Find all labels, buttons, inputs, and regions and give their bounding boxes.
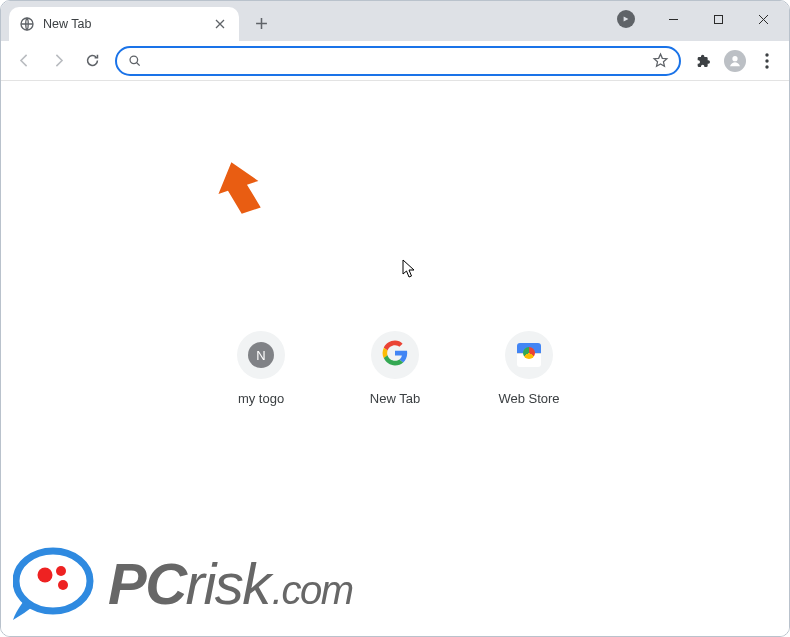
- browser-window: New Tab: [0, 0, 790, 637]
- letter-n-icon: N: [248, 342, 274, 368]
- pointer-annotation-icon: [210, 159, 270, 219]
- forward-button[interactable]: [43, 46, 73, 76]
- bookmark-star-icon[interactable]: [651, 52, 669, 70]
- watermark-text: PCrisk.com: [108, 550, 352, 617]
- mouse-cursor-icon: [402, 259, 416, 279]
- shortcut-my-togo[interactable]: N my togo: [207, 321, 315, 412]
- extensions-button[interactable]: [689, 47, 717, 75]
- address-bar[interactable]: [115, 46, 681, 76]
- new-tab-button[interactable]: [247, 9, 275, 37]
- page-content: N my togo New Tab: [1, 81, 789, 636]
- profile-button[interactable]: [721, 47, 749, 75]
- toolbar: [1, 41, 789, 81]
- svg-point-8: [38, 567, 53, 582]
- avatar-icon: [724, 50, 746, 72]
- media-control-indicator[interactable]: [617, 10, 635, 28]
- shortcut-tile: N: [237, 331, 285, 379]
- menu-button[interactable]: [753, 47, 781, 75]
- tab-title: New Tab: [43, 17, 203, 31]
- webstore-icon: [517, 343, 541, 367]
- address-input[interactable]: [143, 53, 651, 69]
- watermark-brand-suffix: risk: [186, 550, 270, 617]
- svg-point-7: [16, 551, 90, 611]
- svg-rect-1: [715, 15, 723, 23]
- shortcut-label: Web Store: [498, 391, 559, 406]
- svg-point-2: [130, 56, 138, 64]
- globe-icon: [19, 16, 35, 32]
- shortcut-label: New Tab: [370, 391, 420, 406]
- shortcut-tile: [505, 331, 553, 379]
- maximize-button[interactable]: [696, 5, 741, 33]
- svg-point-9: [56, 566, 66, 576]
- window-controls: [617, 1, 786, 37]
- svg-point-3: [732, 56, 737, 61]
- google-g-icon: [382, 340, 408, 370]
- shortcuts-row: N my togo New Tab: [207, 321, 583, 412]
- shortcut-web-store[interactable]: Web Store: [475, 321, 583, 412]
- shortcut-label: my togo: [238, 391, 284, 406]
- back-button[interactable]: [9, 46, 39, 76]
- tab-new-tab[interactable]: New Tab: [9, 7, 239, 41]
- watermark-tld: .com: [272, 568, 353, 613]
- svg-point-4: [765, 53, 768, 56]
- watermark-brand-prefix: PC: [108, 550, 186, 617]
- shortcut-new-tab[interactable]: New Tab: [341, 321, 449, 412]
- watermark: PCrisk.com: [13, 540, 352, 626]
- minimize-button[interactable]: [651, 5, 696, 33]
- close-tab-button[interactable]: [211, 15, 229, 33]
- reload-button[interactable]: [77, 46, 107, 76]
- svg-point-10: [58, 580, 68, 590]
- close-window-button[interactable]: [741, 5, 786, 33]
- search-icon: [127, 53, 143, 69]
- svg-point-5: [765, 59, 768, 62]
- tab-strip: New Tab: [1, 1, 789, 41]
- shortcut-tile: [371, 331, 419, 379]
- watermark-logo-icon: [13, 547, 100, 620]
- svg-point-6: [765, 65, 768, 68]
